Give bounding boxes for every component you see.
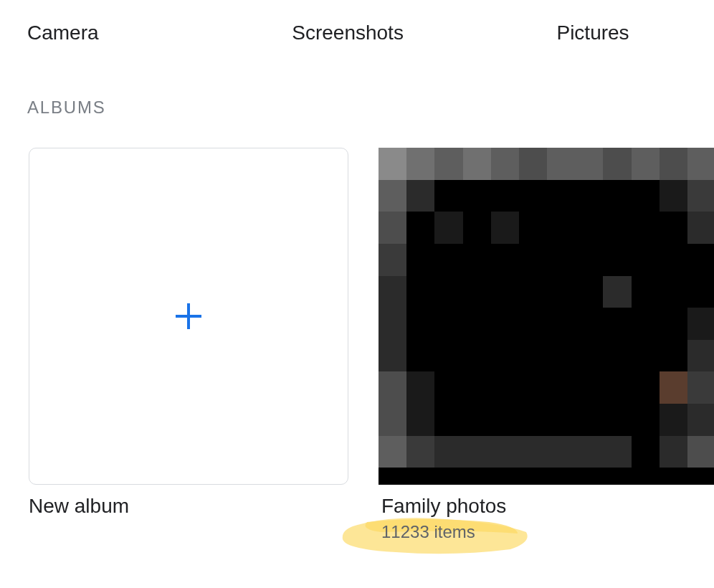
album-thumb-family: [379, 148, 714, 485]
device-folder-label: Screenshots: [292, 22, 404, 44]
device-folder-screenshots[interactable]: Screenshots: [292, 22, 556, 44]
albums-section-heading: ALBUMS: [27, 98, 106, 118]
new-album-thumb: [29, 148, 348, 485]
album-title-family: Family photos: [381, 495, 701, 518]
albums-row: New album Family photos 11233: [29, 148, 701, 542]
redacted-thumbnail: [379, 148, 714, 485]
plus-icon: [174, 302, 203, 331]
device-folders-row: Camera Screenshots Pictures: [27, 22, 714, 44]
album-tile-family[interactable]: Family photos 11233 items: [379, 148, 701, 542]
device-folder-pictures[interactable]: Pictures: [556, 22, 714, 44]
device-folder-label: Camera: [27, 22, 99, 44]
new-album-tile[interactable]: New album: [29, 148, 351, 542]
album-count-wrap: 11233 items: [381, 522, 475, 542]
new-album-title: New album: [29, 495, 351, 518]
svg-rect-1: [176, 315, 201, 318]
album-count-family: 11233 items: [381, 522, 475, 542]
device-folder-camera[interactable]: Camera: [27, 22, 292, 44]
device-folder-label: Pictures: [556, 22, 629, 44]
